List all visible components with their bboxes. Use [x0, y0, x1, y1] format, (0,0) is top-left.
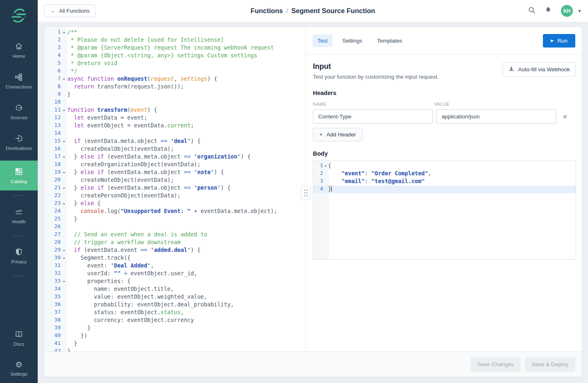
fold-toggle-icon[interactable]: ▾	[323, 162, 328, 170]
fold-gutter	[323, 186, 328, 193]
fold-gutter	[61, 44, 67, 52]
code-line[interactable]: 25 }	[44, 215, 305, 223]
code-line[interactable]: 42}	[44, 348, 305, 351]
chevron-down-icon[interactable]: ▼	[578, 9, 581, 13]
add-header-button[interactable]: + Add Header	[313, 128, 362, 141]
code-line[interactable]: 20 createNoteObject(eventData);	[44, 177, 305, 184]
add-header-label: Add Header	[326, 131, 356, 138]
code-line[interactable]: 13 let eventObject = eventData.current;	[44, 122, 305, 130]
tab-test[interactable]: Test	[312, 34, 333, 47]
code-line[interactable]: 28 // trigger a workflow downstream	[44, 239, 305, 247]
body-json-editor[interactable]: 1▾{2 "event": "Order Completed",3 "email…	[313, 161, 576, 260]
fold-gutter	[61, 161, 67, 169]
fold-toggle-icon[interactable]: ▾	[61, 153, 67, 161]
code-line[interactable]: 27 // Send an event when a deal is added…	[44, 231, 305, 239]
notifications-bell-icon[interactable]	[545, 6, 552, 16]
fold-toggle-icon[interactable]: ▾	[61, 184, 67, 192]
code-line[interactable]: 17▾ } else if (eventData.meta.object == …	[44, 153, 305, 161]
run-button[interactable]: ▶ Run	[543, 34, 575, 48]
sidebar-item-sources[interactable]: Sources	[0, 99, 38, 124]
code-line[interactable]: 2 "event": "Order Completed",	[313, 170, 576, 178]
search-icon[interactable]	[528, 6, 536, 16]
tab-templates[interactable]: Templates	[372, 34, 408, 47]
fold-toggle-icon[interactable]: ▾	[61, 278, 67, 286]
code-line[interactable]: 1▾/**	[44, 29, 305, 36]
code-line[interactable]: 34 name: eventObject.title,	[44, 286, 305, 293]
breadcrumb-parent[interactable]: Functions	[251, 7, 283, 14]
code-line[interactable]: 15▾ if (eventData.meta.object == 'deal')…	[44, 138, 305, 145]
tab-settings[interactable]: Settings	[337, 34, 367, 47]
sidebar-item-label: Home	[13, 54, 25, 59]
header-name-input[interactable]	[313, 109, 433, 124]
code-line[interactable]: 39 }	[44, 324, 305, 332]
code-line[interactable]: 31 event: 'Deal Added',	[44, 262, 305, 270]
sidebar-item-home[interactable]: Home	[0, 38, 38, 63]
fold-gutter	[61, 177, 67, 184]
sidebar-item-catalog[interactable]: Catalog	[0, 161, 38, 190]
sidebar-item-health[interactable]: Health	[0, 203, 38, 228]
fold-toggle-icon[interactable]: ▾	[61, 254, 67, 262]
code-line[interactable]: 6 */	[44, 68, 305, 75]
code-line[interactable]: 12 let eventData = event;	[44, 114, 305, 122]
code-line[interactable]: 33▾ properties: {	[44, 278, 305, 286]
code-line[interactable]: 19▾ } else if (eventData.meta.object == …	[44, 169, 305, 177]
code-line[interactable]: 8 return transform(request.json());	[44, 83, 305, 91]
fold-toggle-icon[interactable]: ▾	[61, 247, 67, 254]
code-line[interactable]: 40 })	[44, 332, 305, 340]
fold-toggle-icon[interactable]: ▾	[61, 200, 67, 208]
code-line[interactable]: 38 currency: eventObject.currency	[44, 317, 305, 324]
code-line[interactable]: 4 * @param {Object.<string, any>} settin…	[44, 52, 305, 60]
code-line[interactable]: 26	[44, 223, 305, 231]
code-line[interactable]: 3 * @param {ServerRequest} request The i…	[44, 44, 305, 52]
code-line[interactable]: 21▾ } else if (eventData.meta.object == …	[44, 184, 305, 192]
fold-toggle-icon[interactable]: ▾	[61, 29, 67, 36]
code-line[interactable]: 37 status: eventObject.status,	[44, 309, 305, 317]
code-line[interactable]: 3 "email": "test@gmail.com"	[313, 178, 576, 186]
code-line[interactable]: 36 probability: eventObject.deal_probabi…	[44, 301, 305, 309]
code-line[interactable]: 5 * @return void	[44, 60, 305, 68]
code-line[interactable]: 16 createDealObject(eventData);	[44, 145, 305, 153]
code-editor[interactable]: 1▾/**2 * Please do not delete [used for …	[44, 27, 305, 351]
autofill-webhook-button[interactable]: Auto-fill via Webhook	[503, 62, 576, 77]
code-line[interactable]: 14	[44, 130, 305, 138]
remove-header-button[interactable]: ✕	[563, 113, 567, 120]
catalog-icon	[14, 167, 23, 176]
all-functions-back-button[interactable]: ← All Functions	[44, 5, 96, 17]
pane-resize-handle[interactable]	[301, 186, 310, 200]
sidebar-divider	[13, 195, 25, 196]
code-line[interactable]: 41 }	[44, 340, 305, 348]
header-value-input[interactable]	[436, 109, 556, 124]
sidebar-item-privacy[interactable]: Privacy	[0, 243, 38, 268]
code-line[interactable]: 24 console.log("Unsupported Event: " + e…	[44, 208, 305, 215]
code-line[interactable]: 30▾ Segment.track({	[44, 254, 305, 262]
code-line[interactable]: 11▾function transform(event) {	[44, 107, 305, 114]
fold-toggle-icon[interactable]: ▾	[61, 138, 67, 145]
back-button-label: All Functions	[59, 8, 89, 14]
avatar[interactable]: KH	[561, 5, 573, 17]
fold-toggle-icon[interactable]: ▾	[61, 75, 67, 83]
code-line[interactable]: 29▾ if (eventData.event == 'added.deal')…	[44, 247, 305, 254]
code-line[interactable]: 35 value: eventObject.weighted_value,	[44, 293, 305, 301]
code-line[interactable]: 18 createOrganizationObject(eventData);	[44, 161, 305, 169]
sidebar-item-label: Connections	[6, 84, 32, 89]
segment-logo-icon[interactable]	[10, 7, 28, 26]
code-line[interactable]: 22 createPersonObject(eventData);	[44, 192, 305, 200]
save-deploy-button[interactable]: Save & Deploy	[525, 357, 575, 372]
code-line[interactable]: 32 userId: "" + eventObject.user_id,	[44, 270, 305, 278]
sidebar-item-settings[interactable]: ⚙ Settings	[0, 356, 38, 381]
code-line[interactable]: 7▾async function onRequest(request, sett…	[44, 75, 305, 83]
code-line[interactable]: 1▾{	[313, 162, 576, 170]
fold-gutter	[61, 332, 67, 340]
code-line[interactable]: 9}	[44, 91, 305, 99]
input-section-title: Input	[313, 62, 439, 71]
sidebar-item-connections[interactable]: Connections	[0, 68, 38, 93]
code-line[interactable]: 23▾ } else {	[44, 200, 305, 208]
code-line[interactable]: 10	[44, 99, 305, 107]
code-line[interactable]: 2 * Please do not delete [used for Intel…	[44, 36, 305, 44]
save-changes-button[interactable]: Save Changes	[470, 357, 521, 372]
sidebar-item-docs[interactable]: Docs	[0, 326, 38, 351]
fold-toggle-icon[interactable]: ▾	[61, 169, 67, 177]
sidebar-item-destinations[interactable]: Destinations	[0, 130, 38, 155]
fold-toggle-icon[interactable]: ▾	[61, 107, 67, 114]
code-line[interactable]: 4}	[313, 186, 576, 193]
